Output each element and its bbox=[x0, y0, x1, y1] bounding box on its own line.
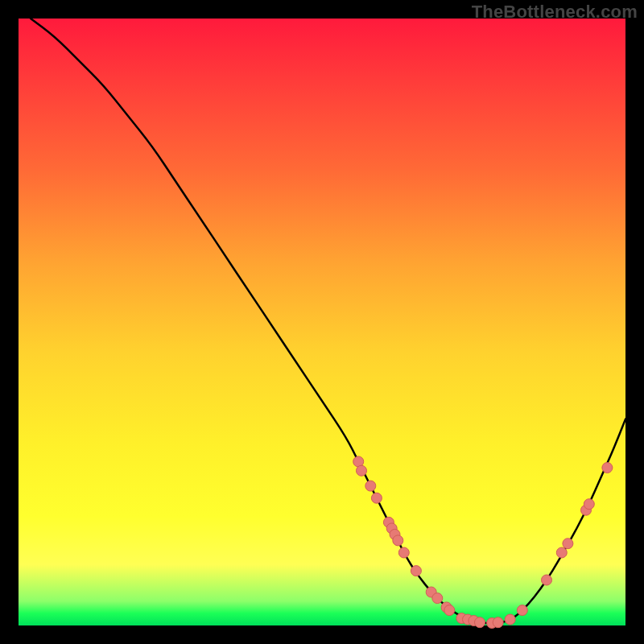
data-dot bbox=[444, 605, 455, 616]
data-dot bbox=[556, 547, 567, 558]
data-dot bbox=[563, 539, 573, 549]
data-dot bbox=[517, 605, 527, 616]
data-dot bbox=[602, 463, 613, 473]
data-dot bbox=[357, 465, 367, 476]
data-dot bbox=[584, 499, 594, 510]
chart-svg bbox=[19, 19, 625, 625]
data-dot bbox=[493, 617, 503, 628]
data-dot bbox=[398, 547, 409, 558]
data-dot bbox=[365, 481, 376, 491]
data-dot bbox=[411, 566, 421, 576]
data-dots bbox=[353, 456, 613, 629]
data-dot bbox=[371, 493, 382, 503]
data-dot bbox=[393, 535, 403, 546]
chart-frame: TheBottleneck.com bbox=[0, 0, 644, 644]
data-dot bbox=[505, 614, 515, 625]
plot-area bbox=[19, 19, 625, 625]
bottleneck-curve bbox=[31, 19, 625, 623]
data-dot bbox=[475, 617, 485, 628]
data-dot bbox=[432, 593, 443, 604]
data-dot bbox=[542, 575, 552, 585]
